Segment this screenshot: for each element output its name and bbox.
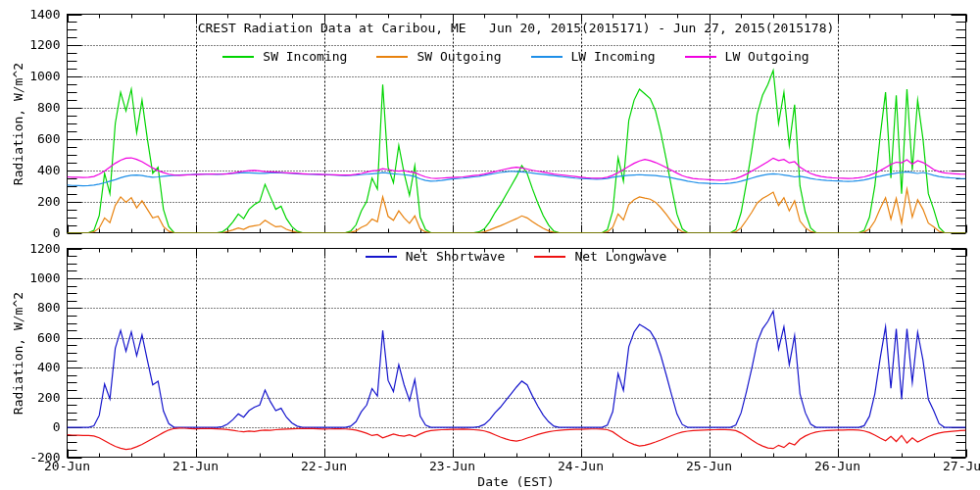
- radiation-chart-canvas: [0, 0, 980, 490]
- top-panel-legend: SW IncomingSW OutgoingLW IncomingLW Outg…: [67, 50, 965, 64]
- legend-item-sw-outgoing: SW Outgoing: [376, 50, 501, 64]
- legend-line-swatch: [376, 56, 408, 58]
- legend-item-lw-outgoing: LW Outgoing: [685, 50, 809, 64]
- bottom-panel-y-axis-label: Radiation, W/m^2: [11, 290, 25, 417]
- legend-line-swatch: [366, 256, 397, 258]
- legend-line-swatch: [531, 56, 563, 58]
- legend-item-lw-incoming: LW Incoming: [531, 50, 656, 64]
- legend-line-swatch: [534, 256, 565, 258]
- legend-line-swatch: [222, 56, 254, 58]
- legend-line-swatch: [685, 56, 716, 58]
- x-axis-label: Date (EST): [67, 475, 965, 489]
- legend-label: LW Outgoing: [725, 50, 809, 64]
- legend-label: Net Shortwave: [406, 250, 506, 264]
- radiation-plot-page: CREST Radiation Data at Caribou, ME Jun …: [0, 0, 980, 490]
- legend-item-net-shortwave: Net Shortwave: [366, 250, 506, 264]
- legend-item-net-longwave: Net Longwave: [534, 250, 666, 264]
- legend-item-sw-incoming: SW Incoming: [222, 50, 347, 64]
- legend-label: LW Incoming: [571, 50, 656, 64]
- legend-label: SW Incoming: [263, 50, 347, 64]
- legend-label: Net Longwave: [574, 250, 666, 264]
- legend-label: SW Outgoing: [416, 50, 501, 64]
- chart-title: CREST Radiation Data at Caribou, ME Jun …: [67, 22, 965, 35]
- bottom-panel-legend: Net ShortwaveNet Longwave: [67, 250, 965, 264]
- top-panel-y-axis-label: Radiation, W/m^2: [11, 61, 25, 188]
